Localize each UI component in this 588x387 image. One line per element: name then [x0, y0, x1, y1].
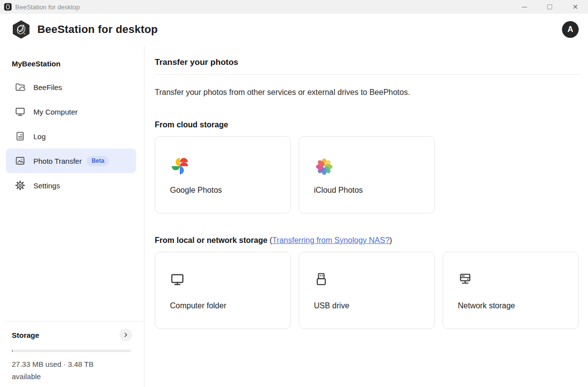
- app-title: BeeStation for desktop: [37, 23, 158, 36]
- account-avatar[interactable]: A: [562, 21, 579, 38]
- beta-badge: Beta: [86, 156, 109, 166]
- page-title: Transfer your photos: [155, 58, 580, 67]
- paren-close: ): [390, 236, 392, 244]
- section-heading-text: From local or network storage: [155, 236, 267, 244]
- section-heading-cloud: From cloud storage: [155, 120, 580, 129]
- app-header: BeeStation for desktop A: [0, 14, 588, 45]
- device-name-label: MyBeeStation: [0, 60, 144, 68]
- sidebar-item-beefiles[interactable]: BeeFiles: [6, 75, 136, 99]
- section-heading-local: From local or network storage (Transferr…: [155, 236, 580, 245]
- monitor-icon: [170, 272, 185, 287]
- network-storage-card[interactable]: Network storage: [443, 252, 579, 329]
- log-document-icon: [15, 131, 26, 142]
- card-label: Google Photos: [170, 186, 280, 195]
- close-button[interactable]: ✕: [562, 0, 588, 14]
- storage-usage-text: 27.33 MB used · 3.48 TB available: [12, 358, 119, 383]
- window-title: BeeStation for desktop: [15, 3, 80, 11]
- google-photos-icon: [170, 156, 190, 176]
- minimize-button[interactable]: [511, 0, 537, 14]
- card-label: USB drive: [314, 301, 424, 310]
- storage-divider: [4, 321, 144, 322]
- computer-folder-card[interactable]: Computer folder: [155, 252, 291, 329]
- sidebar-nav: BeeFiles My Computer Log: [0, 75, 144, 198]
- chevron-right-icon: [122, 331, 129, 338]
- card-label: Computer folder: [170, 301, 280, 310]
- storage-label: Storage: [12, 331, 39, 339]
- maximize-button[interactable]: [537, 0, 562, 14]
- storage-progress-bar: [12, 350, 131, 352]
- sidebar-item-my-computer[interactable]: My Computer: [6, 99, 136, 124]
- usb-drive-card[interactable]: USB drive: [299, 252, 435, 329]
- storage-panel: Storage 27.33 MB used · 3.48 TB availabl…: [0, 321, 144, 387]
- sidebar: MyBeeStation BeeFiles My Computer: [0, 45, 144, 387]
- google-photos-card[interactable]: Google Photos: [155, 136, 291, 213]
- photo-image-icon: [15, 155, 26, 166]
- icloud-photos-card[interactable]: iCloud Photos: [299, 136, 435, 213]
- sidebar-item-label: Photo Transfer: [33, 157, 82, 165]
- card-label: iCloud Photos: [314, 186, 424, 195]
- icloud-photos-icon: [314, 156, 335, 177]
- gear-icon: [15, 180, 26, 191]
- sidebar-item-label: BeeFiles: [33, 83, 62, 91]
- window-titlebar: BeeStation for desktop ✕: [0, 0, 588, 14]
- network-storage-icon: [458, 272, 473, 287]
- storage-progress-fill: [12, 350, 13, 352]
- sidebar-item-photo-transfer[interactable]: Photo Transfer Beta: [6, 149, 136, 173]
- synology-nas-link[interactable]: Transferring from Synology NAS?: [272, 236, 390, 244]
- sidebar-item-label: My Computer: [33, 108, 78, 116]
- monitor-icon: [15, 106, 26, 117]
- beestation-logo: [12, 20, 30, 39]
- close-icon: ✕: [572, 3, 578, 10]
- card-label: Network storage: [458, 301, 568, 310]
- title-divider: [155, 74, 580, 75]
- minimize-icon: [522, 7, 527, 7]
- cloud-card-row: Google Photos: [155, 136, 580, 213]
- sidebar-item-settings[interactable]: Settings: [6, 173, 136, 198]
- app-window-icon: [4, 3, 12, 11]
- page-description: Transfer your photos from other services…: [155, 88, 580, 97]
- local-card-row: Computer folder USB drive: [155, 252, 580, 329]
- sidebar-item-log[interactable]: Log: [6, 124, 136, 149]
- usb-drive-icon: [314, 272, 329, 287]
- storage-details-button[interactable]: [119, 328, 132, 341]
- maximize-icon: [547, 4, 552, 9]
- sidebar-item-label: Settings: [33, 181, 60, 190]
- sidebar-item-label: Log: [33, 132, 46, 141]
- main-content: Transfer your photos Transfer your photo…: [144, 45, 588, 387]
- folder-cloud-icon: [15, 82, 26, 92]
